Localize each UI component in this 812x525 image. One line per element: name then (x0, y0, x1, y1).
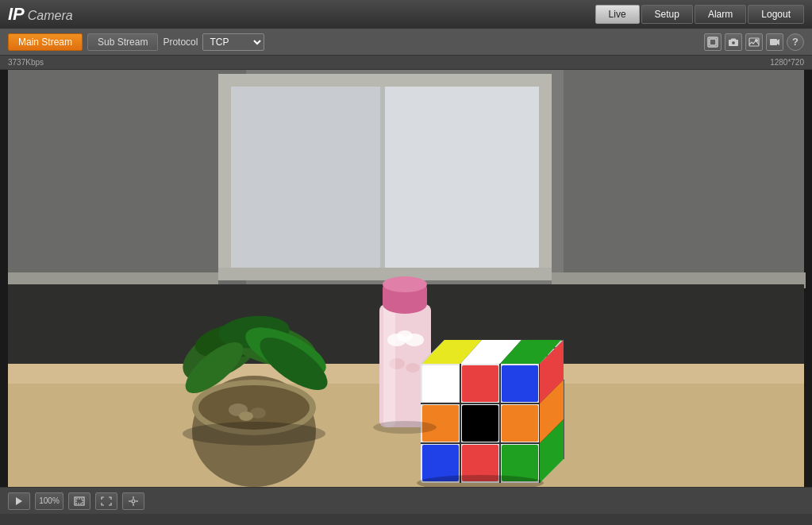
help-icon[interactable]: ? (787, 33, 804, 51)
logo-ip-text: IP (8, 4, 25, 25)
status-bar: 3737Kbps 1280*720 (0, 56, 812, 70)
ptz-button[interactable] (122, 492, 144, 510)
protocol-select[interactable]: TCP UDP Multicast (202, 33, 264, 51)
resolution-display: 1280*720 (770, 58, 804, 67)
zoom-fit-button[interactable] (68, 492, 90, 510)
svg-rect-59 (502, 405, 538, 442)
svg-marker-82 (16, 497, 22, 505)
logo: IP Camera (8, 4, 73, 25)
logout-nav-button[interactable]: Logout (748, 5, 804, 24)
svg-rect-55 (462, 365, 498, 402)
svg-rect-17 (539, 74, 552, 280)
header: IP Camera Live Setup Alarm Logout (0, 0, 812, 29)
svg-point-2 (732, 41, 735, 44)
svg-rect-15 (218, 74, 552, 87)
svg-point-30 (239, 411, 253, 421)
toolbar-left: Main Stream Sub Stream Protocol TCP UDP … (8, 33, 264, 51)
svg-marker-9 (8, 70, 246, 292)
svg-point-79 (183, 422, 325, 446)
toolbar-right: ? (704, 33, 804, 51)
nav-buttons: Live Setup Alarm Logout (595, 5, 804, 24)
snapshot-icon[interactable] (725, 33, 742, 51)
bottom-bar: 100% (0, 487, 812, 514)
protocol-label: Protocol (163, 37, 198, 48)
svg-rect-44 (383, 304, 395, 427)
setup-nav-button[interactable]: Setup (641, 5, 693, 24)
svg-rect-5 (770, 39, 777, 45)
svg-point-41 (405, 334, 424, 346)
video-container (0, 70, 812, 487)
live-nav-button[interactable]: Live (595, 5, 640, 24)
svg-rect-16 (218, 74, 231, 280)
bitrate-display: 3737Kbps (8, 58, 44, 67)
logo-camera-text: Camera (28, 9, 73, 23)
camera-feed (0, 70, 812, 487)
svg-point-4 (756, 39, 758, 41)
svg-point-43 (406, 363, 420, 373)
svg-point-80 (373, 421, 437, 434)
sub-stream-button[interactable]: Sub Stream (87, 33, 158, 51)
zoom-fullscreen-button[interactable] (95, 492, 117, 510)
svg-point-29 (267, 403, 285, 414)
svg-rect-54 (422, 365, 459, 402)
main-stream-button[interactable]: Main Stream (8, 33, 83, 51)
svg-rect-56 (502, 365, 538, 402)
svg-rect-13 (230, 84, 381, 271)
toolbar: Main Stream Sub Stream Protocol TCP UDP … (0, 29, 812, 56)
record-icon[interactable] (766, 33, 783, 51)
svg-rect-84 (76, 499, 83, 504)
svg-marker-6 (777, 39, 779, 45)
zoom-100-button[interactable]: 100% (35, 492, 63, 510)
svg-rect-58 (462, 405, 498, 442)
svg-rect-1 (710, 39, 716, 45)
svg-point-47 (383, 276, 427, 292)
alarm-nav-button[interactable]: Alarm (695, 5, 746, 24)
play-button[interactable] (8, 492, 30, 510)
svg-point-85 (132, 500, 135, 503)
svg-marker-10 (564, 70, 804, 292)
svg-rect-18 (218, 268, 552, 280)
image-icon[interactable] (745, 33, 763, 51)
fullscreen-icon[interactable] (704, 33, 722, 51)
